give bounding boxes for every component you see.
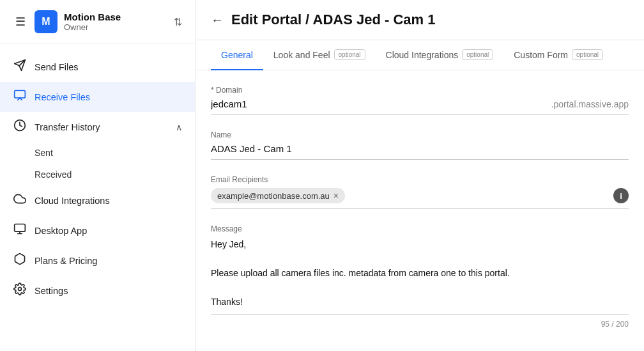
sidebar-item-desktop-app[interactable]: Desktop App [0, 215, 195, 246]
plans-icon [13, 253, 27, 269]
receive-icon [13, 89, 27, 105]
sidebar-cloud-label: Cloud Integrations [34, 196, 182, 206]
desktop-icon [13, 222, 27, 238]
domain-input-row: .portal.massive.app [211, 98, 629, 115]
sidebar-desktop-label: Desktop App [34, 226, 182, 236]
message-group: Message Hey Jed, Please upload all camer… [211, 224, 629, 329]
custom-form-optional-badge: optional [572, 49, 603, 60]
chevron-updown-icon[interactable]: ⇅ [174, 16, 182, 28]
sidebar-item-transfer-history[interactable]: Transfer History ∧ [0, 112, 195, 142]
back-button[interactable]: ← [211, 13, 224, 27]
sidebar-item-cloud-integrations[interactable]: Cloud Integrations [0, 185, 195, 215]
hamburger-icon[interactable]: ☰ [13, 12, 28, 31]
domain-label: * Domain [211, 86, 629, 95]
company-text: Motion Base Owner [64, 12, 121, 32]
chevron-up-icon: ∧ [176, 122, 182, 132]
main-header: ← Edit Portal / ADAS Jed - Cam 1 [195, 0, 644, 40]
form-content: * Domain .portal.massive.app Name Email … [195, 70, 644, 351]
look-feel-optional-badge: optional [334, 49, 365, 60]
name-label: Name [211, 130, 629, 139]
svg-point-7 [19, 288, 22, 291]
cloud-optional-badge: optional [462, 49, 493, 60]
message-textarea[interactable]: Hey Jed, Please upload all camera files … [211, 237, 629, 315]
avatar: M [34, 10, 57, 33]
tab-general[interactable]: General [211, 41, 263, 70]
company-info[interactable]: M Motion Base Owner [34, 10, 174, 33]
sidebar-item-plans-pricing[interactable]: Plans & Pricing [0, 246, 195, 276]
sidebar-nav: Send Files Receive Files Transfer Histor… [0, 44, 195, 351]
page-title: Edit Portal / ADAS Jed - Cam 1 [231, 12, 435, 28]
history-icon [13, 119, 27, 135]
company-role: Owner [64, 22, 121, 32]
gear-icon [13, 283, 27, 299]
company-name: Motion Base [64, 12, 121, 22]
transfer-history-subnav: Sent Received [0, 142, 195, 185]
sidebar-item-receive-files[interactable]: Receive Files [0, 82, 195, 112]
tab-bar: General Look and Feel optional Cloud Int… [195, 40, 644, 70]
sidebar-transfer-history-label: Transfer History [34, 122, 168, 132]
svg-rect-2 [15, 91, 26, 98]
svg-rect-4 [15, 224, 26, 232]
cloud-icon [13, 192, 27, 208]
sidebar-item-send-files[interactable]: Send Files [0, 52, 195, 82]
sidebar: ☰ M Motion Base Owner ⇅ Send Files [0, 0, 195, 351]
email-tag: example@motionbase.com.au × [211, 188, 345, 203]
email-info-icon[interactable]: i [613, 188, 629, 203]
email-group: Email Recipients example@motionbase.com.… [211, 175, 629, 209]
email-label: Email Recipients [211, 175, 629, 184]
name-group: Name [211, 130, 629, 160]
main-content: ← Edit Portal / ADAS Jed - Cam 1 General… [195, 0, 644, 351]
domain-suffix: .portal.massive.app [551, 99, 629, 109]
name-input[interactable] [211, 143, 629, 160]
send-icon [13, 59, 27, 75]
sidebar-item-received[interactable]: Received [34, 164, 195, 185]
message-label: Message [211, 224, 629, 233]
sidebar-plans-label: Plans & Pricing [34, 256, 182, 266]
sidebar-send-files-label: Send Files [34, 62, 182, 72]
sidebar-item-sent[interactable]: Sent [34, 142, 195, 164]
tab-custom-form[interactable]: Custom Form optional [503, 40, 613, 70]
char-count: 95 / 200 [211, 320, 629, 329]
sidebar-item-settings[interactable]: Settings [0, 276, 195, 306]
sidebar-header: ☰ M Motion Base Owner ⇅ [0, 0, 195, 44]
domain-input[interactable] [211, 98, 551, 109]
tab-cloud-integrations[interactable]: Cloud Integrations optional [376, 40, 504, 70]
email-recipients-row: example@motionbase.com.au × i [211, 188, 629, 209]
tab-look-and-feel[interactable]: Look and Feel optional [263, 40, 376, 70]
domain-group: * Domain .portal.massive.app [211, 86, 629, 115]
remove-email-icon[interactable]: × [334, 191, 339, 201]
sidebar-settings-label: Settings [34, 286, 182, 296]
sidebar-receive-files-label: Receive Files [34, 92, 182, 102]
email-tag-text: example@motionbase.com.au [217, 191, 330, 201]
